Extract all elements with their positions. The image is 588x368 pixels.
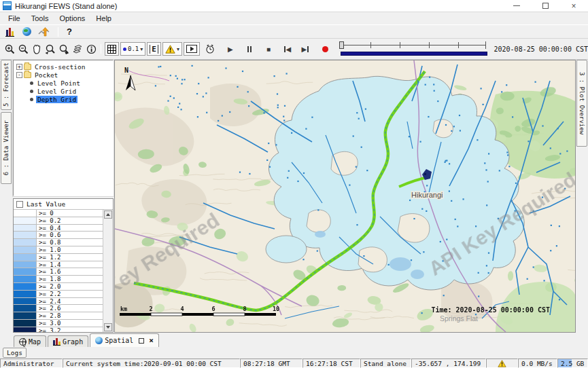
legend-row[interactable]: >= 2.4 — [14, 298, 103, 306]
time-slider-handle[interactable] — [339, 41, 344, 49]
last-value-checkbox[interactable] — [16, 201, 23, 208]
expand-icon[interactable]: + — [16, 64, 22, 70]
folder-icon — [24, 72, 31, 78]
legend-row[interactable]: >= 0.4 — [14, 225, 103, 232]
legend-row[interactable]: >= 1.4 — [14, 261, 103, 269]
area-label: Springs Flat — [440, 314, 478, 323]
tab-plot-overview[interactable]: 3 : Plot Overview — [576, 60, 587, 147]
layers-button[interactable] — [71, 41, 84, 56]
tree-item-level-grid[interactable]: Level Grid — [14, 87, 113, 95]
tree-item-depth-grid[interactable]: Depth Grid — [14, 95, 113, 103]
legend-row[interactable]: >= 3.2 — [14, 327, 103, 332]
timer-icon — [205, 43, 215, 54]
logs-tab[interactable]: Logs — [3, 348, 27, 358]
close-tab-icon[interactable]: × — [149, 336, 154, 345]
legend-row[interactable]: >= 3.0 — [14, 320, 103, 327]
menu-tools[interactable]: Tools — [26, 13, 54, 24]
zoom-previous-icon — [45, 44, 56, 54]
archive-display-button[interactable] — [4, 26, 16, 37]
stop-button[interactable]: ■ — [262, 41, 275, 56]
menu-options[interactable]: Options — [54, 13, 90, 24]
legend-row[interactable]: >= 0.8 — [14, 239, 103, 246]
status-system-time: Current system time:2020-09-01 00:00 CST — [63, 358, 240, 368]
legend-row[interactable]: >= 2.8 — [14, 312, 103, 320]
tab-graph[interactable]: Graph — [48, 335, 88, 347]
tree-item-pocket[interactable]: - Pocket — [14, 71, 113, 79]
left-panel: + Cross-section - Pocket Level Point Lev… — [12, 60, 114, 333]
time-slider[interactable] — [338, 41, 490, 57]
legend-swatch — [14, 210, 37, 217]
info-button[interactable] — [84, 41, 98, 56]
legend-row[interactable]: >= 0.6 — [14, 232, 103, 239]
scroll-up-button[interactable] — [104, 210, 112, 219]
close-button[interactable]: × — [559, 0, 588, 12]
menu-file[interactable]: File — [3, 13, 26, 24]
arrow-up-icon — [106, 213, 110, 216]
collapse-icon[interactable]: - — [16, 72, 22, 78]
svg-text:N: N — [124, 67, 128, 74]
maximize-icon — [542, 3, 549, 9]
elevation-button[interactable]: E — [147, 42, 161, 56]
maximize-button[interactable] — [531, 0, 559, 12]
legend-row[interactable]: >= 0 — [14, 210, 103, 217]
tab-map[interactable]: Map — [14, 335, 46, 347]
current-map-datetime: 2020-08-25 00:00:00 CST — [494, 45, 588, 53]
zoom-out-icon — [18, 44, 29, 54]
map-canvas[interactable]: Hikurangi Springs Flat API Key Required … — [114, 60, 576, 333]
warning-icon — [498, 360, 506, 367]
legend-threshold-label: >= 2.4 — [37, 298, 61, 305]
record-button[interactable] — [319, 41, 332, 56]
status-local-time: 16:27:18 CST — [302, 358, 360, 368]
grid-icon — [107, 45, 116, 54]
contour-interval-dropdown[interactable]: 0.1 ▾ — [120, 42, 145, 56]
legend-row[interactable]: >= 1.8 — [14, 276, 103, 283]
menu-help[interactable]: Help — [90, 13, 117, 24]
status-warning[interactable] — [486, 358, 518, 368]
zoom-previous-button[interactable] — [44, 41, 57, 56]
legend-row[interactable]: >= 1.6 — [14, 268, 103, 276]
legend-threshold-label: >= 0.2 — [37, 217, 61, 224]
tab-spatial[interactable]: Spatial × — [90, 333, 159, 347]
legend-panel: Last Value >= 0>= 0.2>= 0.4>= 0.6>= 0.8>… — [13, 198, 114, 333]
grid-display-button[interactable] — [105, 42, 119, 56]
legend-row[interactable]: >= 1.2 — [14, 254, 103, 261]
pause-icon — [247, 46, 252, 52]
skip-to-end-button[interactable]: ▶ — [298, 41, 312, 56]
legend-row[interactable]: >= 2.0 — [14, 283, 103, 291]
legend-threshold-label: >= 2.8 — [37, 312, 61, 319]
legend-threshold-label: >= 2.0 — [37, 283, 61, 290]
tab-forecast[interactable]: 5 : Forecast — [1, 60, 12, 110]
timeseries-dialog-button[interactable] — [38, 26, 50, 37]
tree-item-level-point[interactable]: Level Point — [14, 79, 113, 87]
main-toolbar: ? — [0, 24, 588, 39]
scroll-down-button[interactable] — [104, 323, 112, 331]
zoom-out-button[interactable] — [16, 41, 30, 56]
animation-button[interactable] — [184, 42, 200, 56]
legend-swatch — [14, 305, 37, 312]
help-button[interactable]: ? — [67, 26, 72, 37]
restore-panel-icon[interactable] — [139, 338, 144, 344]
skip-to-start-button[interactable]: ◀ — [281, 41, 294, 56]
status-coordinates: -35.657 , 174.199 — [411, 358, 486, 368]
legend-row[interactable]: >= 1.0 — [14, 246, 103, 254]
legend-threshold-label: >= 2.6 — [37, 305, 61, 312]
stop-icon: ■ — [266, 45, 271, 53]
warning-levels-dropdown[interactable]: ▾ — [162, 42, 182, 56]
zoom-next-button[interactable] — [57, 41, 71, 56]
pause-button[interactable] — [243, 41, 256, 56]
tree-item-cross-section[interactable]: + Cross-section — [14, 62, 113, 71]
tab-data-viewer[interactable]: 6 : Data Viewer — [1, 112, 12, 184]
minimize-button[interactable] — [502, 0, 531, 12]
chevron-down-icon: ▾ — [177, 46, 179, 52]
pan-button[interactable] — [30, 41, 44, 56]
spatial-display-button[interactable] — [21, 26, 33, 37]
legend-row[interactable]: >= 2.6 — [14, 305, 103, 312]
legend-scrollbar[interactable] — [103, 210, 113, 332]
legend-row[interactable]: >= 0.2 — [14, 217, 103, 225]
logs-row: Logs — [0, 347, 588, 358]
time-navigator-button[interactable] — [203, 41, 217, 56]
legend-row[interactable]: >= 2.2 — [14, 291, 103, 298]
legend-swatch — [14, 261, 37, 268]
zoom-in-button[interactable] — [3, 41, 16, 56]
play-button[interactable]: ▶ — [224, 41, 237, 56]
